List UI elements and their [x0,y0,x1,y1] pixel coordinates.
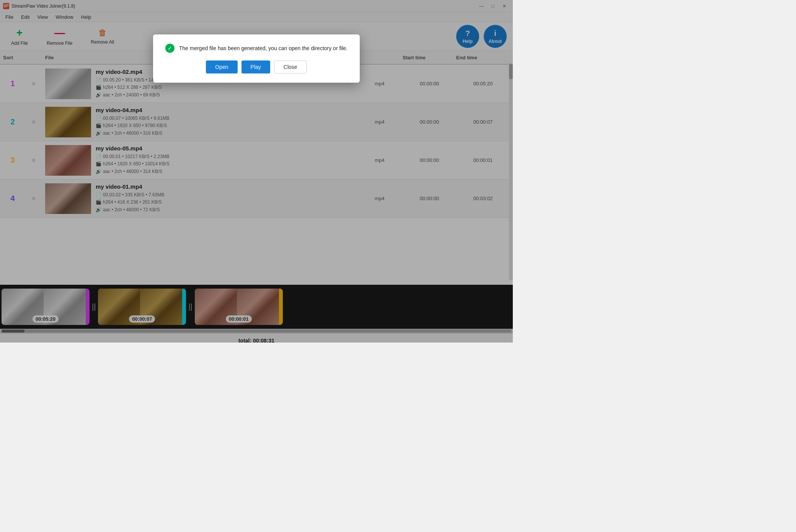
open-button[interactable]: Open [206,60,237,73]
modal-overlay: ✓ The merged file has been generated, yo… [0,0,513,343]
close-modal-button[interactable]: Close [274,60,307,73]
success-icon: ✓ [165,44,175,53]
modal-text: The merged file has been generated, you … [179,45,348,51]
modal-message: ✓ The merged file has been generated, yo… [165,44,348,53]
modal-buttons: Open Play Close [165,60,348,73]
play-button[interactable]: Play [241,60,270,73]
modal-dialog: ✓ The merged file has been generated, yo… [153,34,360,83]
